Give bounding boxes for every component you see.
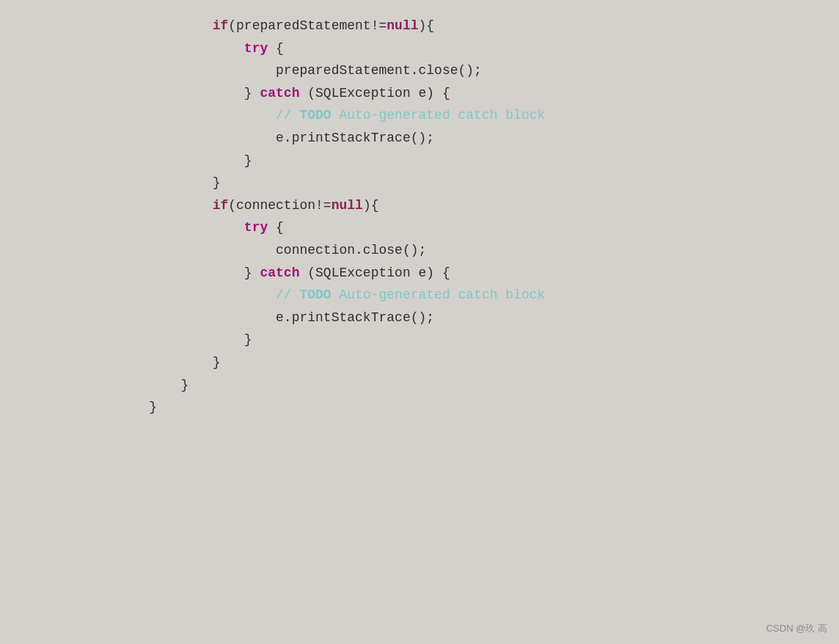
code-line: e.printStackTrace(); xyxy=(117,127,839,150)
code-token: null xyxy=(386,15,418,37)
code-token: e.printStackTrace(); xyxy=(276,127,434,150)
code-line: } xyxy=(117,396,839,419)
code-line: } xyxy=(117,374,839,397)
code-token: (connection!= xyxy=(228,194,331,217)
code-token: null xyxy=(331,194,363,217)
code-line: } xyxy=(117,172,839,194)
code-token: } xyxy=(244,262,260,285)
code-token: (SQLException e) { xyxy=(299,262,450,285)
code-line: // TODO Auto-generated catch block xyxy=(117,284,839,307)
code-token: } xyxy=(244,150,252,172)
code-line: } catch (SQLException e) { xyxy=(117,82,839,105)
code-line: // TODO Auto-generated catch block xyxy=(117,104,839,127)
code-token: // xyxy=(276,284,299,307)
code-line: } xyxy=(117,150,839,172)
code-token: catch xyxy=(260,82,299,105)
code-token: } xyxy=(244,82,260,105)
code-token: TODO xyxy=(299,104,331,127)
code-line: try { xyxy=(117,216,839,239)
code-line: if(connection!=null){ xyxy=(117,194,839,217)
code-line: if(preparedStatement!=null){ xyxy=(117,15,839,37)
code-line: e.printStackTrace(); xyxy=(117,307,839,329)
code-token: // xyxy=(276,104,299,127)
code-token: catch xyxy=(260,262,299,285)
code-token: } xyxy=(213,172,221,194)
code-token: Auto-generated catch block xyxy=(331,104,546,127)
code-line: } xyxy=(117,351,839,374)
code-token: try xyxy=(244,37,268,60)
code-line: } xyxy=(117,329,839,351)
code-token: if xyxy=(213,194,229,217)
watermark: CSDN @玖 高 xyxy=(766,622,827,635)
code-line: preparedStatement.close(); xyxy=(117,59,839,82)
code-token: if xyxy=(213,15,229,37)
code-line: connection.close(); xyxy=(117,239,839,262)
code-block: if(preparedStatement!=null){ try { prepa… xyxy=(0,0,839,433)
code-token: { xyxy=(268,216,284,239)
code-token: Auto-generated catch block xyxy=(331,284,546,307)
code-token: (preparedStatement!= xyxy=(228,15,386,37)
code-token: e.printStackTrace(); xyxy=(276,307,434,329)
code-token: { xyxy=(268,37,284,60)
code-line: try { xyxy=(117,37,839,60)
code-token: preparedStatement.close(); xyxy=(276,59,482,82)
code-token: } xyxy=(244,329,252,351)
code-token: } xyxy=(180,374,188,397)
code-token: } xyxy=(149,396,157,419)
code-token: } xyxy=(213,351,221,374)
code-token: connection.close(); xyxy=(276,239,426,262)
code-token: TODO xyxy=(299,284,331,307)
code-token: ){ xyxy=(363,194,379,217)
code-token: ){ xyxy=(419,15,435,37)
code-token: (SQLException e) { xyxy=(299,82,450,105)
code-token: try xyxy=(244,216,268,239)
code-line: } catch (SQLException e) { xyxy=(117,262,839,285)
